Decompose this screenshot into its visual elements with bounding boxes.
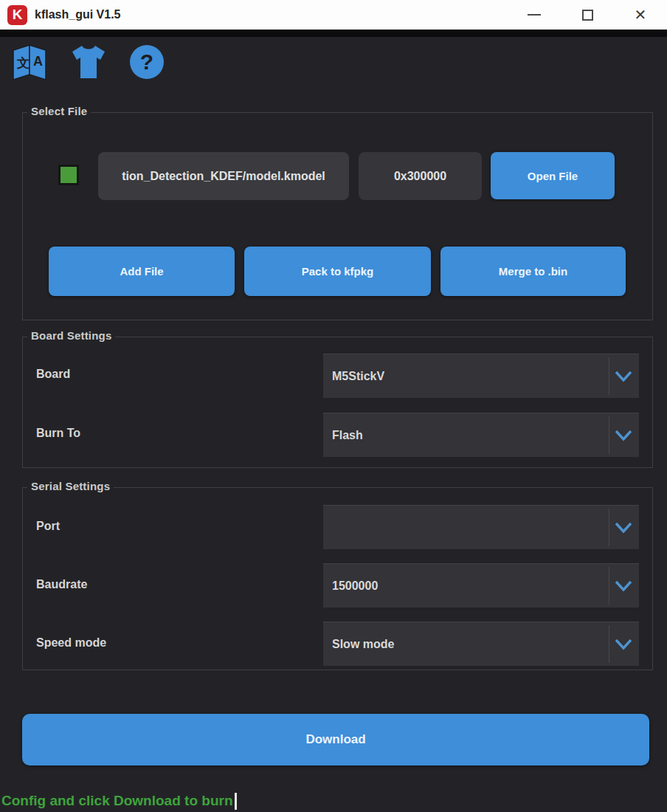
window-controls: ✕ (508, 0, 667, 30)
add-file-button[interactable]: Add File (49, 247, 235, 296)
board-select[interactable]: M5StickV (323, 354, 639, 398)
svg-text:A: A (33, 54, 43, 69)
dropdown-separator (609, 567, 609, 605)
chevron-down-icon (613, 428, 634, 443)
select-file-group: Select File tion_Detection_KDEF/model.km… (22, 112, 653, 320)
minimize-button[interactable] (508, 0, 561, 30)
status-message: Config and click Download to burn (1, 793, 233, 809)
dropdown-separator (609, 357, 609, 395)
toolbar: 文 A ? (12, 43, 164, 81)
burn-to-label: Burn To (36, 427, 80, 440)
file-valid-checkbox[interactable] (58, 165, 79, 185)
theme-tshirt-icon (69, 44, 108, 80)
merge-to-bin-button[interactable]: Merge to .bin (440, 247, 626, 296)
app-logo-icon: K (7, 5, 27, 25)
port-select[interactable] (323, 505, 639, 549)
serial-settings-group: Serial Settings Port Baudrate 1500000 Sp… (22, 487, 653, 670)
baudrate-select-value: 1500000 (323, 579, 639, 593)
help-button[interactable]: ? (130, 45, 164, 79)
chevron-down-icon (613, 369, 634, 384)
help-icon: ? (130, 45, 164, 79)
minimize-icon (528, 14, 541, 16)
speed-mode-label: Speed mode (36, 636, 106, 650)
maximize-icon (582, 10, 593, 21)
text-cursor (235, 793, 237, 810)
download-button[interactable]: Download (22, 714, 649, 765)
dropdown-separator (609, 625, 609, 663)
language-translate-icon: 文 A (12, 43, 47, 81)
file-path-input[interactable]: tion_Detection_KDEF/model.kmodel (98, 152, 349, 200)
close-button[interactable]: ✕ (614, 0, 667, 30)
status-bar: Config and click Download to burn (1, 791, 666, 811)
burn-to-select-value: Flash (323, 429, 639, 442)
pack-to-kfpkg-button[interactable]: Pack to kfpkg (244, 247, 431, 296)
board-settings-group-label: Board Settings (27, 329, 115, 342)
baudrate-select[interactable]: 1500000 (323, 563, 639, 608)
window-title: kflash_gui V1.5 (35, 8, 121, 21)
svg-text:文: 文 (16, 56, 30, 70)
kflash-gui-window: K kflash_gui V1.5 ✕ 文 A (0, 0, 667, 812)
baudrate-label: Baudrate (36, 578, 87, 591)
flash-address-input[interactable]: 0x300000 (359, 152, 482, 200)
titlebar: K kflash_gui V1.5 ✕ (0, 0, 667, 37)
board-settings-group: Board Settings Board M5StickV Burn To Fl… (22, 337, 653, 468)
close-icon: ✕ (635, 7, 647, 22)
port-label: Port (36, 520, 60, 533)
board-label: Board (36, 368, 70, 381)
language-button[interactable]: 文 A (12, 43, 47, 81)
board-select-value: M5StickV (323, 370, 639, 383)
open-file-button[interactable]: Open File (491, 152, 615, 199)
dropdown-separator (609, 509, 609, 546)
theme-button[interactable] (69, 44, 108, 80)
speed-mode-select[interactable]: Slow mode (323, 622, 639, 666)
burn-to-select[interactable]: Flash (323, 413, 639, 457)
select-file-group-label: Select File (27, 105, 91, 117)
chevron-down-icon (613, 579, 634, 593)
chevron-down-icon (613, 637, 634, 652)
speed-mode-select-value: Slow mode (323, 638, 639, 651)
dropdown-separator (609, 416, 609, 454)
serial-settings-group-label: Serial Settings (27, 480, 114, 492)
chevron-down-icon (613, 520, 634, 535)
maximize-button[interactable] (561, 0, 614, 30)
